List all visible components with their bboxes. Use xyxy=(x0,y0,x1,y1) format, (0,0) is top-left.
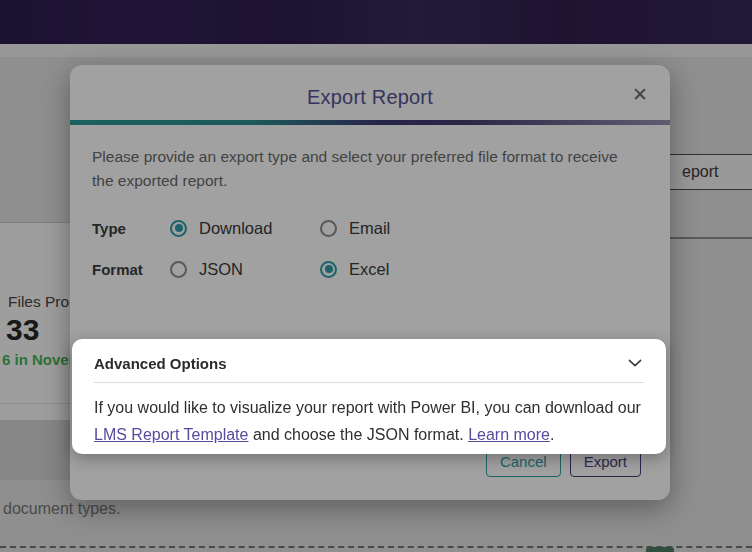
learn-more-link[interactable]: Learn more xyxy=(468,426,550,443)
advanced-text-part2: and choose the JSON format. xyxy=(248,426,468,443)
advanced-options-toggle[interactable]: Advanced Options xyxy=(94,354,644,372)
advanced-options-divider xyxy=(94,382,644,383)
chevron-down-icon[interactable] xyxy=(626,354,644,372)
advanced-options-panel: Advanced Options If you would like to vi… xyxy=(72,339,666,454)
advanced-options-text: If you would like to visualize your repo… xyxy=(94,394,646,448)
advanced-options-title: Advanced Options xyxy=(94,355,227,372)
advanced-text-part3: . xyxy=(550,426,554,443)
advanced-text-part1: If you would like to visualize your repo… xyxy=(94,399,641,416)
lms-report-template-link[interactable]: LMS Report Template xyxy=(94,426,248,443)
dim-overlay xyxy=(0,0,752,552)
